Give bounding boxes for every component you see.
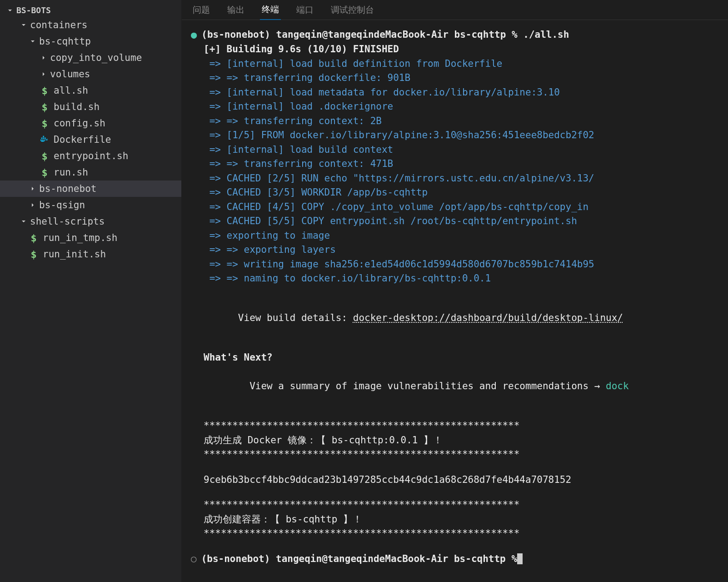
shell-script-icon: $ xyxy=(39,118,50,129)
panel-tab[interactable]: 输出 xyxy=(225,0,246,20)
shell-script-icon: $ xyxy=(39,85,50,96)
build-step-line: => [internal] load metadata for docker.i… xyxy=(191,85,719,100)
chevron-right-icon xyxy=(28,184,37,193)
divider-stars: ****************************************… xyxy=(191,447,719,462)
build-step-line: => [internal] load build definition from… xyxy=(191,57,719,71)
folder-item[interactable]: shell-scripts xyxy=(0,213,181,230)
file-item[interactable]: $run.sh xyxy=(0,164,181,181)
summary-label: View a summary of image vulnerabilities … xyxy=(238,381,606,391)
view-details-link[interactable]: docker-desktop://dashboard/build/desktop… xyxy=(353,312,623,323)
folder-item[interactable]: bs-qsign xyxy=(0,197,181,213)
tree-item-label: bs-qsign xyxy=(39,200,85,211)
shell-script-icon: $ xyxy=(39,101,50,112)
whats-next-heading: What's Next? xyxy=(191,351,719,365)
tree-item-label: bs-cqhttp xyxy=(39,36,91,47)
chevron-down-icon xyxy=(19,20,28,30)
file-item[interactable]: $run_init.sh xyxy=(0,246,181,262)
panel-tab[interactable]: 问题 xyxy=(191,0,212,20)
build-step-line: => => transferring context: 2B xyxy=(191,114,719,129)
project-header[interactable]: BS-BOTS xyxy=(0,4,181,17)
tree-item-label: run_in_tmp.sh xyxy=(43,232,117,243)
build-step-line: => CACHED [2/5] RUN echo "https://mirror… xyxy=(191,171,719,186)
chevron-right-icon xyxy=(39,70,48,79)
shell-script-icon: $ xyxy=(28,232,39,243)
shell-script-icon: $ xyxy=(39,151,50,161)
tree-item-label: config.sh xyxy=(54,118,105,129)
tree-item-label: containers xyxy=(30,20,87,30)
tree-item-label: all.sh xyxy=(54,85,88,96)
success-image-message: 成功生成 Docker 镜像：【 bs-cqhttp:0.0.1 】！ xyxy=(191,433,719,448)
view-details-label: View build details: xyxy=(238,312,353,323)
build-step-line: => => naming to docker.io/library/bs-cqh… xyxy=(191,271,719,286)
divider-stars: ****************************************… xyxy=(191,527,719,541)
panel-tabs: 问题输出终端端口调试控制台 xyxy=(182,0,728,20)
success-container-message: 成功创建容器：【 bs-cqhttp 】！ xyxy=(191,512,719,527)
file-item[interactable]: $config.sh xyxy=(0,115,181,131)
file-explorer-sidebar: BS-BOTS containersbs-cqhttpcopy_into_vol… xyxy=(0,0,182,582)
chevron-right-icon xyxy=(28,201,37,210)
summary-link[interactable]: dock xyxy=(606,381,629,391)
divider-stars: ****************************************… xyxy=(191,498,719,512)
tree-item-label: build.sh xyxy=(54,101,100,112)
build-step-line: => => transferring context: 471B xyxy=(191,157,719,171)
chevron-down-icon xyxy=(28,37,37,46)
shell-script-icon: $ xyxy=(28,249,39,260)
folder-item[interactable]: copy_into_volume xyxy=(0,50,181,66)
main-panel: 问题输出终端端口调试控制台 ● (bs-nonebot) tangeqin@ta… xyxy=(182,0,728,582)
build-step-line: => => exporting layers xyxy=(191,243,719,257)
file-item[interactable]: Dockerfile xyxy=(0,131,181,148)
terminal-output[interactable]: ● (bs-nonebot) tangeqin@tangeqindeMacBoo… xyxy=(182,20,728,582)
panel-tab[interactable]: 终端 xyxy=(260,0,281,20)
build-step-line: => => transferring dockerfile: 901B xyxy=(191,71,719,85)
tree-item-label: run.sh xyxy=(54,167,88,178)
file-item[interactable]: $all.sh xyxy=(0,82,181,99)
file-item[interactable]: $entrypoint.sh xyxy=(0,148,181,164)
file-item[interactable]: $build.sh xyxy=(0,99,181,115)
tree-item-label: Dockerfile xyxy=(54,134,111,145)
panel-tab[interactable]: 端口 xyxy=(294,0,315,20)
container-hash: 9ceb6b3bccf4bbc9ddcad23b1497285ccb44c9dc… xyxy=(191,473,719,487)
tree-item-label: copy_into_volume xyxy=(50,52,142,63)
build-status: [+] Building 9.6s (10/10) FINISHED xyxy=(191,42,719,57)
panel-tab[interactable]: 调试控制台 xyxy=(329,0,376,20)
build-step-line: => [internal] load .dockerignore xyxy=(191,100,719,114)
divider-stars: ****************************************… xyxy=(191,419,719,433)
docker-icon xyxy=(39,134,50,145)
build-step-line: => CACHED [4/5] COPY ./copy_into_volume … xyxy=(191,200,719,215)
build-step-line: => [1/5] FROM docker.io/library/alpine:3… xyxy=(191,128,719,143)
folder-item[interactable]: bs-cqhttp xyxy=(0,33,181,50)
status-dot-icon: ● xyxy=(191,27,197,42)
build-step-line: => CACHED [3/5] WORKDIR /app/bs-cqhttp xyxy=(191,186,719,200)
tree-item-label: bs-nonebot xyxy=(39,183,96,194)
tree-item-label: entrypoint.sh xyxy=(54,151,128,161)
file-item[interactable]: $run_in_tmp.sh xyxy=(0,230,181,246)
folder-item[interactable]: bs-nonebot xyxy=(0,181,181,197)
terminal-prompt-line: (bs-nonebot) tangeqin@tangeqindeMacBook-… xyxy=(201,28,569,42)
folder-item[interactable]: containers xyxy=(0,17,181,33)
build-step-line: => [internal] load build context xyxy=(191,143,719,157)
project-name: BS-BOTS xyxy=(16,5,51,15)
terminal-cursor xyxy=(517,553,523,564)
tree-item-label: shell-scripts xyxy=(30,216,105,227)
status-circle-icon: ○ xyxy=(191,552,197,567)
tree-item-label: run_init.sh xyxy=(43,249,106,260)
build-step-line: => exporting to image xyxy=(191,229,719,243)
chevron-down-icon xyxy=(19,217,28,226)
chevron-down-icon xyxy=(5,6,15,15)
shell-script-icon: $ xyxy=(39,167,50,178)
folder-item[interactable]: volumes xyxy=(0,66,181,82)
terminal-prompt-line: (bs-nonebot) tangeqin@tangeqindeMacBook-… xyxy=(201,552,517,567)
build-step-line: => => writing image sha256:e1ed54d06c1d5… xyxy=(191,257,719,272)
build-step-line: => CACHED [5/5] COPY entrypoint.sh /root… xyxy=(191,214,719,229)
tree-item-label: volumes xyxy=(50,69,90,80)
chevron-right-icon xyxy=(39,53,48,62)
